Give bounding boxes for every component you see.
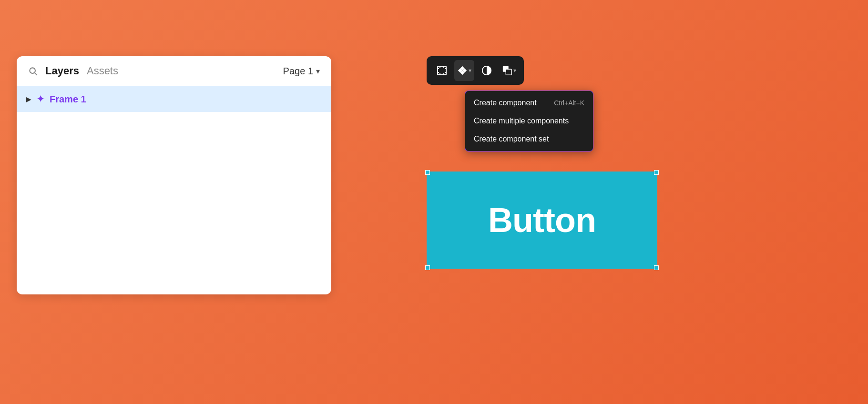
chevron-down-icon: ▾ <box>316 67 320 76</box>
menu-item-label: Create component <box>474 99 537 107</box>
menu-item-label: Create component set <box>474 135 549 143</box>
handle-bottom-left <box>425 265 430 270</box>
page-label: Page 1 <box>283 66 313 77</box>
canvas-area: Button <box>427 172 657 269</box>
component-icon: ✦ <box>36 93 45 105</box>
canvas-button: Button <box>428 172 656 268</box>
panel-header: Layers Assets Page 1 ▾ <box>17 56 331 86</box>
toolbar: ▾ ▾ <box>427 56 524 85</box>
menu-item-create-component[interactable]: Create component Ctrl+Alt+K <box>465 94 593 112</box>
boolean-dropdown-arrow: ▾ <box>513 67 516 74</box>
component-dropdown-menu: Create component Ctrl+Alt+K Create multi… <box>465 91 593 152</box>
search-icon[interactable] <box>28 66 38 76</box>
boolean-tool-button[interactable]: ▾ <box>499 60 519 81</box>
menu-item-create-multiple[interactable]: Create multiple components <box>465 112 593 130</box>
tab-assets[interactable]: Assets <box>87 65 118 77</box>
handle-top-right <box>654 170 659 175</box>
handle-bottom-right <box>654 265 659 270</box>
component-dropdown-arrow: ▾ <box>469 67 471 74</box>
handle-top-left <box>425 170 430 175</box>
svg-line-1 <box>35 73 37 75</box>
tab-layers[interactable]: Layers <box>45 65 79 77</box>
contrast-tool-button[interactable] <box>476 60 497 81</box>
component-tool-button[interactable]: ▾ <box>454 60 474 81</box>
menu-item-shortcut: Ctrl+Alt+K <box>554 99 584 107</box>
page-selector[interactable]: Page 1 ▾ <box>283 66 320 77</box>
layer-item-frame1[interactable]: ▶ ✦ Frame 1 <box>17 86 331 112</box>
canvas-button-label: Button <box>488 201 596 240</box>
svg-rect-14 <box>506 69 511 75</box>
svg-rect-2 <box>438 66 446 75</box>
layer-name: Frame 1 <box>50 94 86 105</box>
menu-item-label: Create multiple components <box>474 117 569 125</box>
layers-panel: Layers Assets Page 1 ▾ ▶ ✦ Frame 1 <box>17 56 331 294</box>
selected-frame[interactable]: Button <box>427 172 657 269</box>
expand-arrow-icon: ▶ <box>26 95 31 103</box>
frame-tool-button[interactable] <box>431 60 452 81</box>
menu-item-create-set[interactable]: Create component set <box>465 130 593 148</box>
